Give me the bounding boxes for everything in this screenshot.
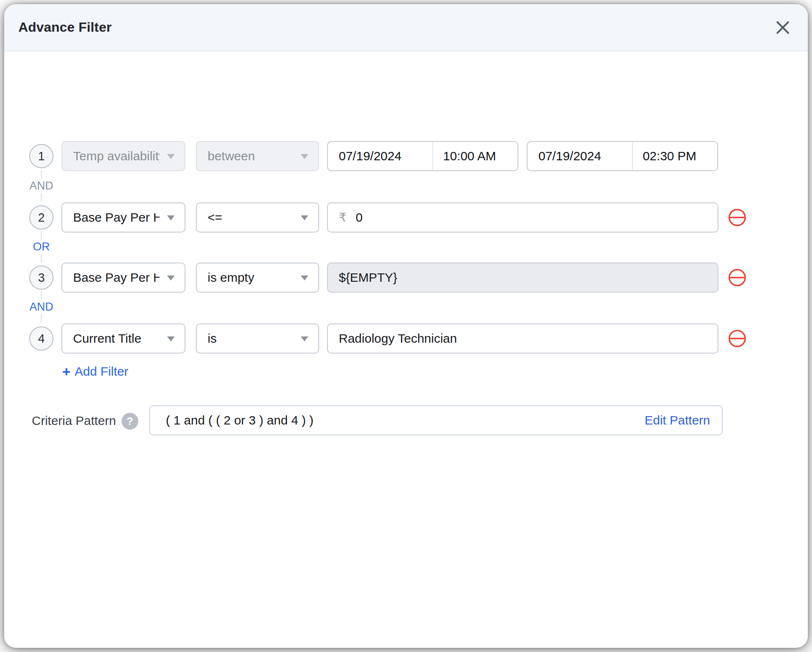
row-1-field-label: Temp availability xyxy=(73,149,160,163)
criteria-pattern-label: Criteria Pattern xyxy=(32,414,116,428)
row-1-start-datetime: 07/19/2024 10:00 AM xyxy=(327,141,518,171)
connector-line xyxy=(41,231,42,240)
remove-minus-icon xyxy=(728,208,746,227)
dialog-header: Advance Filter xyxy=(4,4,808,51)
row-1-operator-label: between xyxy=(208,149,255,163)
row-4-value-text: Radiology Technician xyxy=(339,331,457,346)
row-1-end-time-input[interactable]: 02:30 PM xyxy=(633,142,717,170)
row-1-end-datetime: 07/19/2024 02:30 PM xyxy=(527,141,718,171)
row-1-step-badge: 1 xyxy=(29,144,53,168)
row-3-remove-button[interactable] xyxy=(728,268,747,287)
connector-label: AND xyxy=(29,179,53,193)
connector-label: OR xyxy=(33,240,50,254)
row-4-step-badge: 4 xyxy=(29,326,53,351)
plus-icon: + xyxy=(62,365,71,378)
edit-pattern-link[interactable]: Edit Pattern xyxy=(645,413,710,427)
row-1-end-date-input[interactable]: 07/19/2024 xyxy=(528,142,632,170)
row-2-operator-label: <= xyxy=(208,210,222,225)
chevron-down-icon xyxy=(301,215,308,220)
chevron-down-icon xyxy=(167,215,175,220)
row-2-step-badge: 2 xyxy=(29,205,53,230)
row-4-remove-button[interactable] xyxy=(728,329,747,348)
chevron-down-icon xyxy=(167,275,175,281)
row-4-operator-dropdown[interactable]: is xyxy=(196,323,319,354)
filter-row-2: 2 Base Pay Per H... <= ₹ 0 xyxy=(29,202,747,232)
connector-2-or: OR xyxy=(29,231,53,263)
connector-1-and: AND xyxy=(29,170,53,202)
row-1-operator-dropdown: between xyxy=(196,141,319,171)
connector-line xyxy=(41,193,42,202)
connector-label: AND xyxy=(29,300,53,314)
row-4-field-label: Current Title xyxy=(73,331,141,346)
connector-3-and: AND xyxy=(29,291,53,323)
row-3-operator-dropdown[interactable]: is empty xyxy=(196,263,319,293)
chevron-down-icon xyxy=(301,336,308,341)
row-3-operator-label: is empty xyxy=(208,270,254,285)
filter-row-3: 3 Base Pay Per H... is empty ${EMPTY} xyxy=(29,263,747,293)
chevron-down-icon xyxy=(167,336,175,341)
filter-row-4: 4 Current Title is Radiology Technician xyxy=(29,323,747,354)
row-2-value-text: 0 xyxy=(355,210,363,225)
row-1-start-date-input[interactable]: 07/19/2024 xyxy=(328,142,432,170)
advance-filter-dialog: Advance Filter 1 Temp availability betwe… xyxy=(4,4,808,648)
filter-row-1: 1 Temp availability between 07/19/2024 1… xyxy=(29,141,718,171)
remove-minus-icon xyxy=(728,268,746,287)
row-1-field-dropdown: Temp availability xyxy=(61,141,185,171)
connector-line xyxy=(41,291,42,300)
row-2-field-dropdown[interactable]: Base Pay Per H... xyxy=(61,202,185,232)
dialog-title: Advance Filter xyxy=(18,20,112,35)
connector-line xyxy=(41,170,42,179)
close-icon xyxy=(776,20,790,35)
row-3-field-label: Base Pay Per H... xyxy=(73,270,160,285)
chevron-down-icon xyxy=(167,154,175,159)
chevron-down-icon xyxy=(301,275,308,281)
row-4-operator-label: is xyxy=(208,331,217,346)
row-3-field-dropdown[interactable]: Base Pay Per H... xyxy=(61,263,185,293)
row-4-value-input[interactable]: Radiology Technician xyxy=(327,323,718,354)
row-2-value-input[interactable]: ₹ 0 xyxy=(327,202,718,232)
connector-line xyxy=(41,254,42,263)
help-icon[interactable]: ? xyxy=(122,413,138,430)
dialog-body: 1 Temp availability between 07/19/2024 1… xyxy=(4,51,808,647)
remove-minus-icon xyxy=(728,329,746,348)
row-2-remove-button[interactable] xyxy=(728,208,747,227)
row-1-datetime-range: 07/19/2024 10:00 AM 07/19/2024 02:30 PM xyxy=(327,141,718,171)
row-3-value-text: ${EMPTY} xyxy=(339,270,397,285)
row-1-start-time-input[interactable]: 10:00 AM xyxy=(433,142,518,170)
chevron-down-icon xyxy=(301,154,308,159)
row-3-step-badge: 3 xyxy=(29,265,53,290)
row-2-field-label: Base Pay Per H... xyxy=(73,210,160,225)
add-filter-button[interactable]: + Add Filter xyxy=(62,364,128,379)
criteria-pattern-box: ( 1 and ( ( 2 or 3 ) and 4 ) ) Edit Patt… xyxy=(149,405,723,435)
criteria-pattern-value[interactable]: ( 1 and ( ( 2 or 3 ) and 4 ) ) xyxy=(166,413,645,427)
row-2-operator-dropdown[interactable]: <= xyxy=(196,202,319,232)
connector-line xyxy=(41,314,42,323)
rupee-currency-icon: ₹ xyxy=(339,210,346,225)
row-3-value-input: ${EMPTY} xyxy=(327,263,718,293)
close-button[interactable] xyxy=(773,18,793,38)
row-4-field-dropdown[interactable]: Current Title xyxy=(61,323,185,354)
add-filter-label: Add Filter xyxy=(75,364,128,379)
